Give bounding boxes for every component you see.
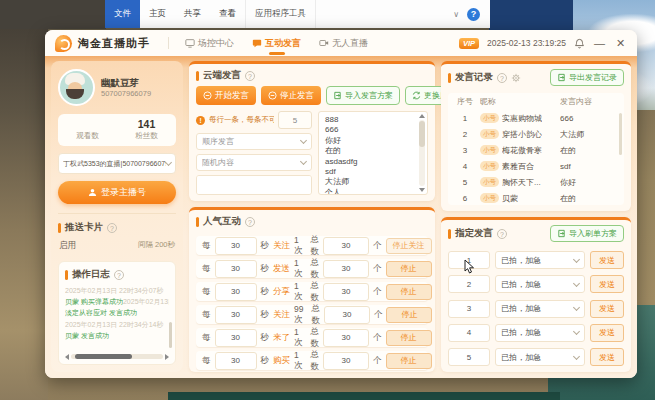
gear-icon[interactable] (511, 73, 521, 83)
assign-number-input[interactable] (448, 324, 490, 342)
bell-icon[interactable] (574, 38, 585, 49)
total-input[interactable] (323, 352, 369, 370)
stop-button[interactable]: 停止 (386, 261, 432, 277)
explorer-menu-view[interactable]: 查看 (210, 0, 245, 28)
assign-number-input[interactable] (448, 348, 490, 366)
assign-option-select[interactable]: 已拍，加急 (495, 275, 585, 293)
log-vertical-scrollbar[interactable] (169, 322, 172, 348)
import-order-plan-button[interactable]: 导入刷单方案 (550, 225, 624, 242)
room-select[interactable]: 丁权武5353的直播|507007966079 (58, 153, 176, 174)
chevron-down-icon (165, 159, 172, 166)
export-records-button[interactable]: 导出发言记录 (550, 69, 624, 86)
records-scrollbar[interactable] (619, 113, 622, 155)
message-scrollbar[interactable] (417, 114, 426, 192)
login-streamer-button[interactable]: 登录主播号 (58, 181, 176, 204)
total-input[interactable] (324, 306, 370, 324)
message-item[interactable]: sdf (325, 167, 414, 177)
import-plan-label: 导入刷单方案 (569, 228, 617, 239)
interval-input[interactable] (215, 352, 257, 370)
count-input[interactable] (278, 111, 312, 129)
explorer-menu-apptools[interactable]: 应用程序工具 (245, 0, 316, 28)
assign-option-select[interactable]: 已拍，加急 (495, 348, 585, 366)
send-button[interactable]: 发送 (590, 324, 624, 342)
record-row[interactable]: 5 小号胸怀天下... 你好 (450, 174, 616, 190)
help-icon[interactable]: ? (245, 71, 255, 81)
explorer-menu-home[interactable]: 主页 (140, 0, 175, 28)
record-content: 大法师 (560, 129, 616, 140)
interval-input[interactable] (215, 283, 257, 301)
interval-input[interactable] (215, 260, 257, 278)
scroll-thumb[interactable] (419, 121, 425, 147)
assign-number-input[interactable] (448, 275, 490, 293)
message-item[interactable]: 888 (325, 115, 414, 125)
interval-input[interactable] (215, 329, 257, 347)
start-speech-button[interactable]: 开始发言 (196, 86, 256, 105)
help-icon[interactable]: ? (497, 229, 507, 239)
scroll-down-icon[interactable] (419, 188, 425, 192)
stop-button[interactable]: 停止 (386, 284, 432, 300)
send-button[interactable]: 发送 (590, 251, 624, 269)
explorer-menu-file[interactable]: 文件 (105, 0, 140, 28)
assign-option-select[interactable]: 已拍，加急 (495, 324, 585, 342)
assign-option-select[interactable]: 已拍，加急 (495, 300, 585, 318)
stop-button[interactable]: 停止 (386, 353, 432, 369)
help-icon[interactable]: ? (245, 217, 255, 227)
push-enable-label[interactable]: 启用 (59, 240, 76, 252)
tab-interactive-speech[interactable]: 互动发言 (252, 30, 301, 56)
tab-unmanned-live[interactable]: 无人直播 (319, 30, 368, 56)
message-item[interactable]: 大法师 (325, 177, 414, 187)
chevron-down-icon (573, 352, 580, 359)
message-item[interactable]: 个人 (325, 188, 414, 195)
ribbon-collapse-icon[interactable]: ∨ (453, 10, 459, 19)
record-row[interactable]: 6 小号贝蒙 在的 (450, 190, 616, 205)
interval-input[interactable] (215, 306, 257, 324)
total-input[interactable] (323, 260, 369, 278)
export-label: 导出发言记录 (569, 72, 617, 83)
help-icon[interactable]: ? (114, 270, 124, 280)
message-item[interactable]: 在的 (325, 146, 414, 156)
cloud-title: 云端发言 (203, 69, 241, 82)
message-list[interactable]: 888 666 你好 在的 asdasdfg sdf 大法师 个人 (318, 111, 428, 195)
stop-button[interactable]: 停止 (386, 330, 432, 346)
minimize-button[interactable]: — (593, 37, 606, 50)
scroll-right-icon[interactable] (165, 354, 169, 360)
record-row[interactable]: 4 小号素雅百合 sdf (450, 158, 616, 174)
order-mode-select[interactable]: 顺序发言 (196, 133, 312, 150)
log-horizontal-scrollbar[interactable] (65, 353, 169, 360)
send-button[interactable]: 发送 (590, 275, 624, 293)
assign-number-input[interactable] (448, 300, 490, 318)
tab-label: 场控中心 (198, 37, 234, 50)
content-mode-select[interactable]: 随机内容 (196, 154, 312, 171)
explorer-help-icon[interactable]: ? (467, 8, 480, 21)
assign-option-select[interactable]: 已拍，加急 (495, 251, 585, 269)
import-speech-plan-button[interactable]: 导入发言方案 (326, 86, 400, 105)
help-icon[interactable]: ? (497, 73, 507, 83)
scroll-left-icon[interactable] (65, 354, 69, 360)
log-lines: 2025年02月13日 22时34分07秒 贝蒙 购买弹幕成功2025年02月1… (65, 285, 169, 351)
start-label: 开始发言 (215, 90, 249, 102)
record-row[interactable]: 1 小号实惠购物城 666 (450, 110, 616, 126)
scroll-thumb[interactable] (75, 354, 132, 359)
tab-scene-control[interactable]: 场控中心 (185, 30, 234, 56)
stop-follow-button[interactable]: 停止关注 (386, 238, 432, 254)
record-row[interactable]: 2 小号穿搭小韵心 大法师 (450, 126, 616, 142)
total-input[interactable] (323, 329, 369, 347)
speech-input-textarea[interactable] (196, 175, 312, 195)
stop-speech-button[interactable]: 停止发言 (261, 86, 321, 105)
interval-input[interactable] (215, 237, 257, 255)
total-input[interactable] (323, 237, 369, 255)
explorer-menu-share[interactable]: 共享 (175, 0, 210, 28)
help-icon[interactable]: ? (107, 223, 117, 233)
record-row[interactable]: 3 小号梅花傲骨寒 在的 (450, 142, 616, 158)
close-button[interactable]: ✕ (614, 37, 627, 50)
stop-button[interactable]: 停止 (386, 307, 432, 323)
stat-views: 观看数 (58, 118, 117, 141)
message-item[interactable]: 666 (325, 125, 414, 135)
message-item[interactable]: 你好 (325, 136, 414, 146)
send-button[interactable]: 发送 (590, 300, 624, 318)
message-item[interactable]: asdasdfg (325, 157, 414, 167)
total-input[interactable] (323, 283, 369, 301)
import-icon (557, 229, 566, 238)
send-button[interactable]: 发送 (590, 348, 624, 366)
scroll-up-icon[interactable] (419, 114, 425, 118)
